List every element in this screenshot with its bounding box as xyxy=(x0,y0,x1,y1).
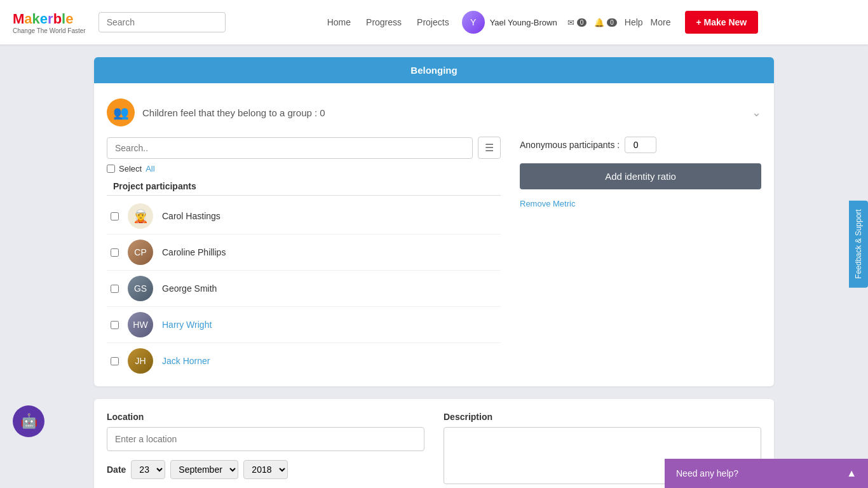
location-input[interactable] xyxy=(107,427,424,451)
participant-search-input[interactable] xyxy=(107,137,473,159)
date-row: Date 23 September JanuaryFebruaryMarch A… xyxy=(107,460,424,479)
bell-icon: 🔔 xyxy=(594,18,604,27)
search-input[interactable] xyxy=(98,12,226,32)
participant-name: Carol Hastings xyxy=(162,211,220,221)
metric-title: Children feel that they belong to a grou… xyxy=(142,107,325,118)
search-row: ☰ xyxy=(107,137,501,159)
participant-name[interactable]: Harry Wright xyxy=(162,320,212,330)
location-column: Location Date 23 September JanuaryFebrua… xyxy=(107,412,424,486)
date-label: Date xyxy=(107,464,126,475)
list-item: JH Jack Horner xyxy=(107,343,501,376)
participant-name: Caroline Phillips xyxy=(162,247,226,257)
chatbot-button[interactable]: 🤖 xyxy=(13,405,44,437)
participants-panel: ☰ Select All Project participants 🧝 Car xyxy=(107,137,501,376)
list-item: CP Caroline Phillips xyxy=(107,234,501,271)
list-item: HW Harry Wright xyxy=(107,307,501,343)
anonymous-panel: Anonymous participants : Add identity ra… xyxy=(520,137,761,208)
help-widget-text: Need any help? xyxy=(676,468,738,478)
user-profile[interactable]: Y Yael Young-Brown xyxy=(462,11,557,34)
nav-links: Home Progress Projects xyxy=(327,17,449,27)
avatar: JH xyxy=(128,348,153,374)
section-body: 👥 Children feel that they belong to a gr… xyxy=(94,83,774,386)
all-link[interactable]: All xyxy=(146,164,154,173)
more-link[interactable]: More xyxy=(651,17,671,27)
main-content: Belonging 👥 Children feel that they belo… xyxy=(88,57,780,488)
help-widget-arrow: ▲ xyxy=(846,468,857,479)
bottom-row: Location Date 23 September JanuaryFebrua… xyxy=(107,412,761,486)
mail-button[interactable]: ✉ 0 xyxy=(567,18,587,27)
avatar: Y xyxy=(462,11,485,34)
avatar: GS xyxy=(128,276,153,301)
make-new-button[interactable]: + Make New xyxy=(685,11,759,34)
project-participants-header: Project participants xyxy=(107,177,501,196)
location-label: Location xyxy=(107,412,424,422)
nav-home-link[interactable]: Home xyxy=(327,17,351,27)
mail-count: 0 xyxy=(577,18,587,27)
nav-icons: ✉ 0 🔔 0 Help More + Make New xyxy=(567,11,759,34)
logo-tagline: Change The World Faster xyxy=(13,27,86,34)
participant-checkbox[interactable] xyxy=(111,212,119,220)
section-header: Belonging xyxy=(94,57,774,83)
metric-title-row: 👥 Children feel that they belong to a gr… xyxy=(107,93,761,137)
list-item: GS George Smith xyxy=(107,271,501,307)
description-label: Description xyxy=(444,412,761,422)
logo: Makerble Change The World Faster xyxy=(13,11,86,34)
anonymous-row: Anonymous participants : xyxy=(520,137,761,153)
filter-button[interactable]: ☰ xyxy=(478,137,501,159)
help-widget[interactable]: Need any help? ▲ xyxy=(665,459,868,488)
year-select[interactable]: 2018 20162017 2018 20192020 xyxy=(243,460,288,479)
collapse-button[interactable]: ⌄ xyxy=(752,105,761,119)
select-all-checkbox[interactable] xyxy=(107,165,115,173)
select-all-row: Select All xyxy=(107,164,501,173)
participant-name[interactable]: Jack Horner xyxy=(162,356,210,366)
add-identity-button[interactable]: Add identity ratio xyxy=(520,163,761,189)
select-label: Select xyxy=(119,164,142,173)
metric-icon: 👥 xyxy=(107,98,135,126)
anonymous-label: Anonymous participants : xyxy=(520,140,620,150)
logo-text: Makerble xyxy=(13,11,86,27)
day-select[interactable]: 23 xyxy=(131,460,165,479)
feedback-tab[interactable]: Feedback & Support xyxy=(849,200,868,287)
avatar: 🧝 xyxy=(128,203,153,229)
anonymous-input[interactable] xyxy=(625,137,656,153)
remove-metric-button[interactable]: Remove Metric xyxy=(520,199,575,208)
avatar: CP xyxy=(128,240,153,265)
navbar: Makerble Change The World Faster Home Pr… xyxy=(0,0,868,44)
chatbot-icon: 🤖 xyxy=(20,413,37,430)
participant-checkbox[interactable] xyxy=(111,357,119,365)
belonging-section: Belonging 👥 Children feel that they belo… xyxy=(94,57,774,386)
avatar: HW xyxy=(128,312,153,337)
participant-list: 🧝 Carol Hastings CP Caroline Phillips xyxy=(107,198,501,376)
user-name: Yael Young-Brown xyxy=(490,18,557,27)
participant-checkbox[interactable] xyxy=(111,285,119,293)
participants-anon-row: ☰ Select All Project participants 🧝 Car xyxy=(107,137,761,376)
nav-progress-link[interactable]: Progress xyxy=(366,17,402,27)
participant-checkbox[interactable] xyxy=(111,321,119,329)
list-item: 🧝 Carol Hastings xyxy=(107,198,501,234)
month-select[interactable]: September JanuaryFebruaryMarch AprilMayJ… xyxy=(170,460,238,479)
participant-name: George Smith xyxy=(162,283,217,294)
notification-button[interactable]: 🔔 0 xyxy=(594,18,617,27)
metric-title-left: 👥 Children feel that they belong to a gr… xyxy=(107,98,325,126)
participant-checkbox[interactable] xyxy=(111,248,119,257)
mail-icon: ✉ xyxy=(567,18,574,27)
help-link[interactable]: Help xyxy=(625,17,643,27)
nav-projects-link[interactable]: Projects xyxy=(417,17,449,27)
notif-count: 0 xyxy=(607,18,617,27)
